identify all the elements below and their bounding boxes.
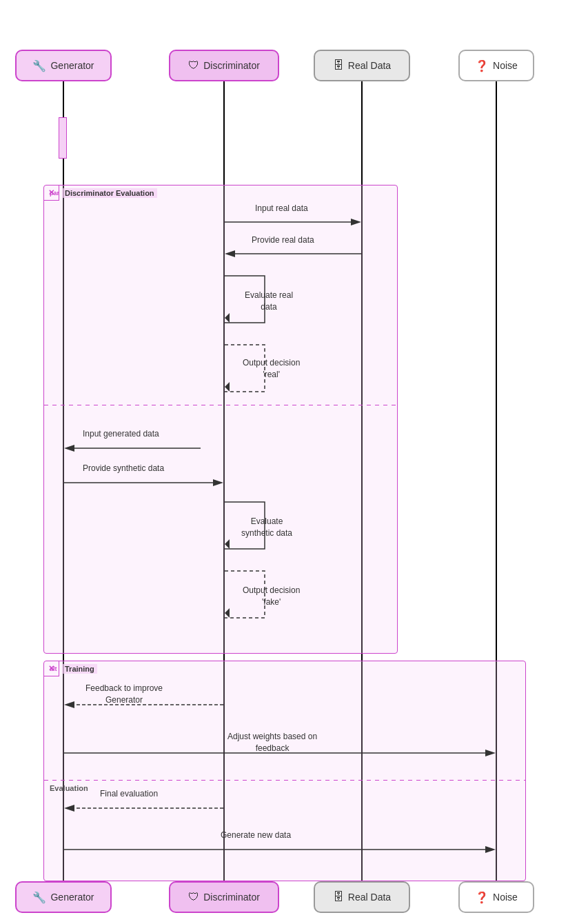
noise-label-bottom: Noise <box>493 892 518 903</box>
actor-noise-bottom[interactable]: ❓ Noise <box>458 881 534 913</box>
actor-generator-bottom[interactable]: 🔧 Generator <box>15 881 112 913</box>
arrow-provide-real-data <box>223 247 361 261</box>
par-label: par <box>47 188 62 198</box>
actor-noise-top[interactable]: ❓ Noise <box>458 50 534 81</box>
svg-marker-7 <box>64 445 74 452</box>
label-final-eval: Final evaluation <box>100 789 158 799</box>
svg-marker-3 <box>225 250 235 257</box>
svg-marker-17 <box>64 805 74 812</box>
svg-marker-4 <box>225 313 230 323</box>
svg-marker-11 <box>225 608 230 618</box>
svg-marker-19 <box>485 846 496 853</box>
actor-generator-top[interactable]: 🔧 Generator <box>15 50 112 81</box>
arrow-input-generated <box>63 441 223 455</box>
actor-discriminator-top[interactable]: 🛡 Discriminator <box>169 50 279 81</box>
generator-label-top: Generator <box>50 60 94 71</box>
actor-realdata-bottom[interactable]: 🗄 Real Data <box>314 881 410 913</box>
realdata-label-bottom: Real Data <box>348 892 391 903</box>
wrench-icon: 🔧 <box>32 59 46 72</box>
fragment-divider-1 <box>44 405 397 405</box>
fragment-training-label: Training <box>62 664 97 674</box>
label-provide-real-data: Provide real data <box>252 235 314 245</box>
label-generate-new: Generate new data <box>221 830 291 840</box>
label-evaluate-real: Evaluate realdata <box>245 290 293 313</box>
diagram-container: 🔧 Generator 🛡 Discriminator 🗄 Real Data … <box>0 0 568 924</box>
question-icon-bottom: ❓ <box>475 891 489 904</box>
shield-icon-top: 🛡 <box>188 59 199 72</box>
svg-marker-10 <box>225 539 230 549</box>
realdata-label-top: Real Data <box>348 60 391 71</box>
alt-label: alt <box>47 664 60 674</box>
shield-icon-bottom: 🛡 <box>188 891 199 903</box>
db-icon-top: 🗄 <box>333 59 344 72</box>
fragment-eval-label: Discriminator Evaluation <box>62 188 157 198</box>
svg-marker-9 <box>213 479 223 486</box>
arrow-final-eval <box>63 801 223 815</box>
svg-marker-1 <box>351 219 361 225</box>
label-output-real: Output decision'real' <box>243 357 300 381</box>
arrow-generate-new <box>63 843 496 856</box>
wrench-icon-bottom: 🔧 <box>32 891 46 904</box>
label-evaluate-synthetic: Evaluatesynthetic data <box>241 516 292 539</box>
db-icon-bottom: 🗄 <box>333 891 344 903</box>
noise-label-top: Noise <box>493 60 518 71</box>
arrow-provide-synthetic <box>63 476 223 490</box>
generator-label-bottom: Generator <box>50 892 94 903</box>
label-input-real-data: Input real data <box>255 203 308 213</box>
activation-box-generator <box>59 117 67 159</box>
evaluation-label: Evaluation <box>47 783 91 794</box>
fragment-divider-training <box>44 780 525 781</box>
svg-marker-5 <box>225 382 230 392</box>
svg-marker-15 <box>485 750 496 756</box>
question-icon-top: ❓ <box>475 59 489 72</box>
actor-discriminator-bottom[interactable]: 🛡 Discriminator <box>169 881 279 913</box>
discriminator-label-bottom: Discriminator <box>203 892 260 903</box>
label-provide-synthetic: Provide synthetic data <box>83 463 164 473</box>
label-input-generated: Input generated data <box>83 429 159 439</box>
actor-realdata-top[interactable]: 🗄 Real Data <box>314 50 410 81</box>
label-output-fake: Output decision'fake' <box>243 585 300 608</box>
arrow-input-real-data <box>223 215 361 229</box>
discriminator-label-top: Discriminator <box>203 60 260 71</box>
label-adjust-weights: Adjust weights based onfeedback <box>227 731 317 754</box>
label-feedback: Feedback to improveGenerator <box>69 683 179 706</box>
